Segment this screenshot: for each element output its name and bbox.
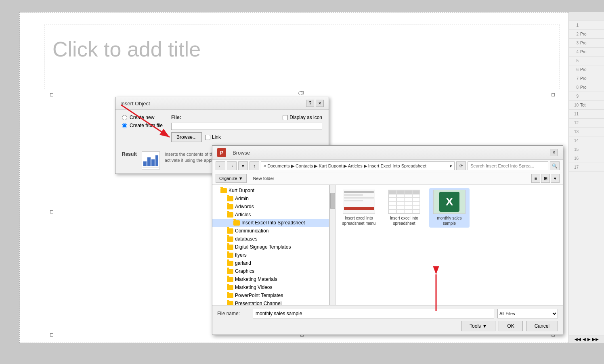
spreadsheet-row-4: 4Pro bbox=[569, 48, 604, 56]
spreadsheet-row-9: 9 bbox=[569, 92, 604, 101]
slide-title-box[interactable]: Click to add title bbox=[44, 25, 560, 89]
file-label: File: bbox=[171, 115, 181, 120]
forward-btn[interactable]: → bbox=[227, 161, 237, 170]
browse-close-btn[interactable]: × bbox=[550, 149, 558, 156]
view-tiles-btn[interactable]: ⊞ bbox=[541, 174, 550, 183]
spreadsheet-row-14: 14 bbox=[569, 136, 604, 145]
spreadsheet-peek: 1 2Pro 3Pro 4Pro 5 6Pro 7Pro 8Pro 9 10To… bbox=[568, 12, 604, 343]
file-item-monthly-label: monthly sales sample bbox=[431, 215, 468, 226]
tree-item-adwords[interactable]: Adwords bbox=[212, 203, 329, 211]
spreadsheet-row-12: 12 bbox=[569, 119, 604, 128]
search-btn[interactable]: 🔍 bbox=[550, 161, 560, 170]
handle-bottom-left[interactable] bbox=[50, 333, 53, 337]
filename-input[interactable] bbox=[253, 309, 494, 318]
tree-item-marketing-materials[interactable]: Marketing Materials bbox=[212, 275, 329, 283]
view-list-btn[interactable]: ≡ bbox=[531, 174, 540, 183]
sheet-nav-prev[interactable]: ◀◀ bbox=[575, 337, 581, 341]
tree-item-admin[interactable]: Admin bbox=[212, 195, 329, 203]
handle-top-left[interactable] bbox=[50, 93, 53, 96]
cancel-btn[interactable]: Cancel bbox=[526, 321, 558, 331]
spreadsheet-row-8: 8Pro bbox=[569, 83, 604, 92]
filetype-select[interactable]: All Files bbox=[497, 309, 558, 318]
spreadsheet-row-2: 2Pro bbox=[569, 30, 604, 39]
spreadsheet-row-16: 16 bbox=[569, 154, 604, 163]
handle-mid-left[interactable] bbox=[50, 210, 53, 213]
search-input[interactable] bbox=[468, 161, 548, 170]
insert-object-close-btn[interactable]: × bbox=[316, 100, 324, 107]
tree-item-ppt-templates[interactable]: PowerPoint Templates bbox=[212, 291, 329, 299]
address-dropdown-btn[interactable]: ▾ bbox=[450, 164, 452, 168]
sheet-nav-next[interactable]: ▶▶ bbox=[592, 337, 599, 341]
spreadsheet-row-13: 13 bbox=[569, 128, 604, 136]
browse-bottom: File name: All Files Tools ▼ OK Cancel bbox=[212, 305, 563, 335]
tree-item-presentation-channel[interactable]: Presentation Channel bbox=[212, 299, 329, 305]
file-item-monthly-sample[interactable]: X monthly sales sample bbox=[429, 188, 470, 228]
spreadsheet-row-3: 3Pro bbox=[569, 39, 604, 48]
result-label: Result bbox=[122, 151, 137, 157]
create-new-radio[interactable] bbox=[122, 115, 127, 120]
address-bar[interactable]: « Documents ▶ Contacts ▶ Kurt Dupont ▶ A… bbox=[261, 161, 455, 170]
insert-object-title: Insert Object bbox=[120, 100, 150, 107]
browse-addressbar: ← → ▾ ↑ « Documents ▶ Contacts ▶ Kurt Du… bbox=[212, 160, 563, 172]
file-item-spreadsheet[interactable]: insert excel into spreadsheet bbox=[384, 188, 424, 228]
ok-btn[interactable]: OK bbox=[499, 321, 522, 331]
back-btn[interactable]: ← bbox=[216, 161, 225, 170]
display-as-icon-label: Display as icon bbox=[289, 115, 322, 120]
organize-btn[interactable]: Organize ▼ bbox=[216, 174, 247, 183]
new-folder-btn[interactable]: New folder bbox=[250, 174, 278, 183]
tree-item-marketing-videos[interactable]: Marketing Videos bbox=[212, 283, 329, 291]
file-item-spreadsheet-label: insert excel into spreadsheet bbox=[386, 215, 423, 226]
address-breadcrumb: « Documents ▶ Contacts ▶ Kurt Dupont ▶ A… bbox=[264, 163, 426, 169]
svg-rect-3 bbox=[155, 155, 158, 166]
tree-item-graphics[interactable]: Graphics bbox=[212, 267, 329, 275]
tree-item-insert-excel[interactable]: Insert Excel Into Spreadsheet bbox=[212, 219, 329, 227]
file-item-menu[interactable]: insert excel into spreadsheet menu bbox=[339, 188, 379, 228]
browse-dialog: P Browse × ← → ▾ ↑ « Documents ▶ Contact… bbox=[212, 145, 563, 335]
tree-item-digital-signage[interactable]: Digital Signage Templates bbox=[212, 243, 329, 251]
slide-title-placeholder: Click to add title bbox=[44, 25, 560, 73]
file-item-menu-label: insert excel into spreadsheet menu bbox=[340, 215, 378, 226]
spreadsheet-row-10: 10Tot bbox=[569, 101, 604, 110]
tools-btn[interactable]: Tools ▼ bbox=[461, 321, 495, 331]
link-checkbox[interactable] bbox=[205, 135, 210, 140]
sheet-nav-fwd[interactable]: ▶ bbox=[587, 337, 591, 341]
display-as-icon-checkbox[interactable] bbox=[283, 115, 288, 120]
tree-item-flyers[interactable]: flyers bbox=[212, 251, 329, 259]
ppt-app-icon: P bbox=[217, 148, 226, 157]
file-view: insert excel into spreadsheet menu bbox=[336, 185, 563, 305]
spreadsheet-row-5: 5 bbox=[569, 56, 604, 65]
refresh-btn[interactable]: ⟳ bbox=[456, 161, 466, 170]
tree-item-databases[interactable]: databases bbox=[212, 235, 329, 243]
browse-button[interactable]: Browse... bbox=[171, 132, 202, 142]
browse-dialog-title: Browse bbox=[233, 150, 250, 156]
svg-rect-1 bbox=[147, 157, 151, 166]
dropdown-btn[interactable]: ▾ bbox=[238, 161, 248, 170]
sheet-nav-back[interactable]: ◀ bbox=[583, 337, 586, 341]
create-from-file-radio[interactable] bbox=[122, 123, 127, 128]
spreadsheet-row-1: 1 bbox=[569, 21, 604, 30]
tree-item-garland[interactable]: garland bbox=[212, 259, 329, 267]
tree-item-communication[interactable]: Communication bbox=[212, 227, 329, 235]
svg-rect-0 bbox=[143, 161, 147, 166]
handle-top-right[interactable] bbox=[552, 93, 555, 96]
create-new-label: Create new bbox=[130, 115, 154, 120]
spreadsheet-row-11: 11 bbox=[569, 110, 604, 119]
tree-item-articles[interactable]: Articles bbox=[212, 211, 329, 219]
svg-rect-2 bbox=[151, 159, 155, 166]
create-from-file-label: Create from file bbox=[130, 123, 163, 128]
spreadsheet-row-15: 15 bbox=[569, 145, 604, 154]
spreadsheet-row-17: 17 bbox=[569, 163, 604, 172]
rotation-handle[interactable] bbox=[298, 91, 302, 95]
file-input-field[interactable] bbox=[171, 123, 322, 130]
spreadsheet-row-6: 6Pro bbox=[569, 65, 604, 74]
up-btn[interactable]: ↑ bbox=[250, 161, 259, 170]
view-dropdown-btn[interactable]: ▾ bbox=[551, 174, 560, 183]
result-icon-chart bbox=[143, 153, 159, 168]
browse-titlebar: P Browse × bbox=[212, 146, 563, 160]
tree-item-kurt-dupont[interactable]: Kurt Dupont bbox=[212, 186, 329, 195]
browse-toolbar: Organize ▼ New folder ≡ ⊞ ▾ bbox=[212, 172, 563, 185]
insert-object-help-btn[interactable]: ? bbox=[306, 100, 314, 107]
spreadsheet-row-7: 7Pro bbox=[569, 74, 604, 83]
folder-tree: Kurt Dupont Admin Adwords Articles Inser… bbox=[212, 185, 329, 305]
filename-label: File name: bbox=[217, 311, 250, 316]
